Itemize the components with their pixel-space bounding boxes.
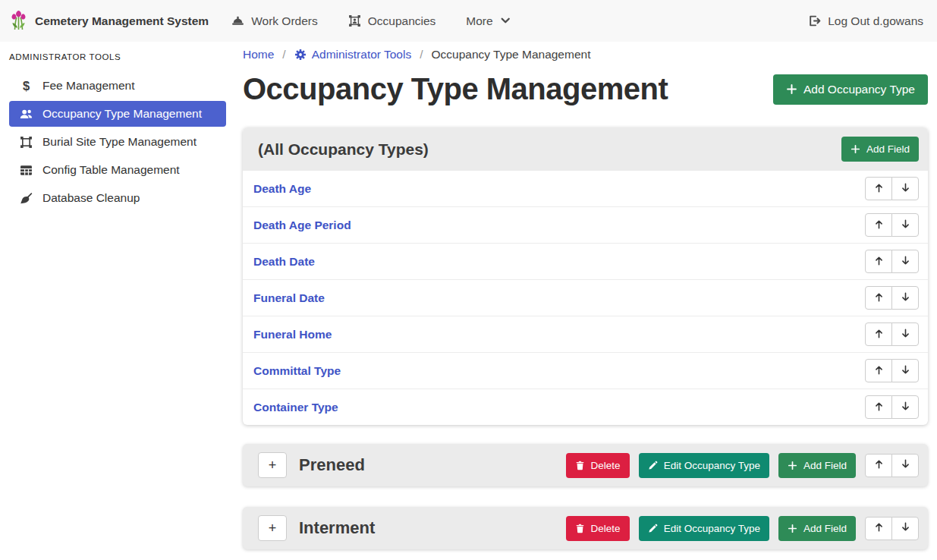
move-up-button[interactable] [865, 517, 892, 540]
app-brand[interactable]: Cemetery Management System [9, 9, 209, 33]
sidebar-item-config-table-management[interactable]: Config Table Management [9, 157, 226, 183]
all-types-card-header: (All Occupancy Types) Add Field [243, 127, 928, 171]
field-row-funeral-date: Funeral Date [243, 279, 928, 316]
navbar: Cemetery Management System Work Orders O… [0, 0, 937, 42]
field-link[interactable]: Death Age Period [253, 219, 351, 232]
all-types-card-title: (All Occupancy Types) [258, 140, 429, 159]
nav-item-work-orders[interactable]: Work Orders [231, 14, 318, 28]
move-up-button[interactable] [865, 454, 892, 477]
move-up-button[interactable] [865, 286, 892, 310]
arrow-up-icon [873, 401, 885, 414]
field-reorder-buttons [865, 213, 919, 237]
arrow-down-icon [900, 182, 911, 196]
all-occupancy-types-card: (All Occupancy Types) Add Field Death Ag… [243, 127, 928, 425]
field-reorder-buttons [865, 359, 919, 382]
hard-hat-icon [231, 14, 244, 27]
breadcrumb-item-home[interactable]: Home [243, 48, 274, 61]
move-down-button[interactable] [891, 359, 919, 382]
move-up-button[interactable] [865, 177, 892, 200]
edit-occupancy-type-button[interactable]: Edit Occupancy Type [639, 516, 769, 541]
sidebar-item-database-cleanup[interactable]: Database Cleanup [9, 185, 226, 211]
field-link[interactable]: Funeral Home [253, 328, 332, 341]
arrow-up-icon [873, 364, 885, 378]
occupancy-type-card-preneed: + Preneed Delete Edit Occupancy Type Add… [243, 444, 928, 486]
pencil-icon [648, 524, 658, 533]
main-content: Home / Administrator Tools / Occupancy T… [235, 42, 937, 560]
arrow-down-icon [900, 458, 911, 472]
nav-item-more[interactable]: More [466, 14, 511, 28]
logout-link[interactable]: Log Out d.gowans [808, 14, 923, 28]
add-field-button[interactable]: Add Field [778, 516, 856, 541]
occupancy-type-card-interment: + Interment Delete Edit Occupancy Type A… [243, 507, 928, 549]
move-down-button[interactable] [891, 517, 919, 540]
move-down-button[interactable] [891, 454, 919, 477]
sidebar-item-burial-site-type-management[interactable]: Burial Site Type Management [9, 129, 226, 155]
move-down-button[interactable] [891, 250, 919, 273]
add-occupancy-type-button[interactable]: Add Occupancy Type [773, 74, 928, 105]
plus-icon [851, 144, 860, 154]
trash-icon [575, 461, 585, 470]
plus-icon [788, 461, 797, 470]
field-row-death-date: Death Date [243, 243, 928, 279]
trash-icon [575, 524, 585, 533]
field-link[interactable]: Container Type [253, 401, 338, 414]
move-down-button[interactable] [891, 322, 919, 346]
move-up-button[interactable] [865, 359, 892, 382]
arrow-up-icon [873, 182, 885, 196]
arrow-down-icon [900, 401, 911, 414]
occupancy-icon [348, 14, 361, 27]
sidebar-item-occupancy-type-management[interactable]: Occupancy Type Management [9, 101, 226, 127]
arrow-down-icon [900, 219, 911, 232]
move-down-button[interactable] [891, 395, 919, 419]
field-link[interactable]: Death Date [253, 255, 315, 269]
field-link[interactable]: Committal Type [253, 364, 341, 378]
arrow-up-icon [873, 328, 885, 341]
move-up-button[interactable] [865, 322, 892, 346]
arrow-down-icon [900, 364, 911, 378]
arrow-up-icon [873, 219, 885, 232]
logout-icon [808, 14, 821, 27]
add-field-button[interactable]: Add Field [778, 453, 856, 478]
broom-icon [18, 192, 33, 205]
type-reorder-buttons [865, 454, 919, 477]
plus-icon [786, 83, 797, 95]
sidebar-item-fee-management[interactable]: $ Fee Management [9, 73, 226, 99]
field-reorder-buttons [865, 177, 919, 200]
occupancy-type-name: Preneed [299, 455, 365, 475]
sidebar-items: $ Fee Management Occupancy Type Manageme… [0, 73, 235, 211]
edit-occupancy-type-button[interactable]: Edit Occupancy Type [639, 453, 769, 478]
move-up-button[interactable] [865, 213, 892, 237]
field-reorder-buttons [865, 286, 919, 310]
add-field-button[interactable]: Add Field [841, 137, 919, 162]
arrow-up-icon [873, 291, 885, 305]
field-reorder-buttons [865, 250, 919, 273]
arrow-down-icon [900, 521, 911, 535]
arrow-down-icon [900, 255, 911, 269]
field-rows: Death Age Death Age Period Death Date [243, 171, 928, 425]
delete-button[interactable]: Delete [566, 516, 630, 541]
expand-button[interactable]: + [258, 515, 287, 541]
field-reorder-buttons [865, 322, 919, 346]
move-down-button[interactable] [891, 286, 919, 310]
dollar-icon: $ [18, 80, 33, 93]
app-title: Cemetery Management System [35, 14, 209, 28]
breadcrumb-separator: / [420, 48, 423, 61]
sidebar: ADMINISTRATOR TOOLS $ Fee Management Occ… [0, 42, 235, 560]
breadcrumb-item-administrator-tools[interactable]: Administrator Tools [294, 48, 412, 61]
move-down-button[interactable] [891, 177, 919, 200]
delete-button[interactable]: Delete [566, 453, 630, 478]
expand-button[interactable]: + [258, 452, 287, 478]
move-up-button[interactable] [865, 395, 892, 419]
move-down-button[interactable] [891, 213, 919, 237]
logout-label: Log Out d.gowans [828, 14, 923, 28]
pencil-icon [648, 461, 658, 470]
type-reorder-buttons [865, 517, 919, 540]
nav-item-occupancies[interactable]: Occupancies [348, 14, 436, 28]
move-up-button[interactable] [865, 250, 892, 273]
field-link[interactable]: Death Age [253, 182, 311, 196]
svg-text:$: $ [22, 80, 29, 93]
arrow-up-icon [873, 458, 885, 472]
field-row-funeral-home: Funeral Home [243, 316, 928, 352]
field-link[interactable]: Funeral Date [253, 291, 325, 305]
vector-square-icon [18, 136, 33, 149]
